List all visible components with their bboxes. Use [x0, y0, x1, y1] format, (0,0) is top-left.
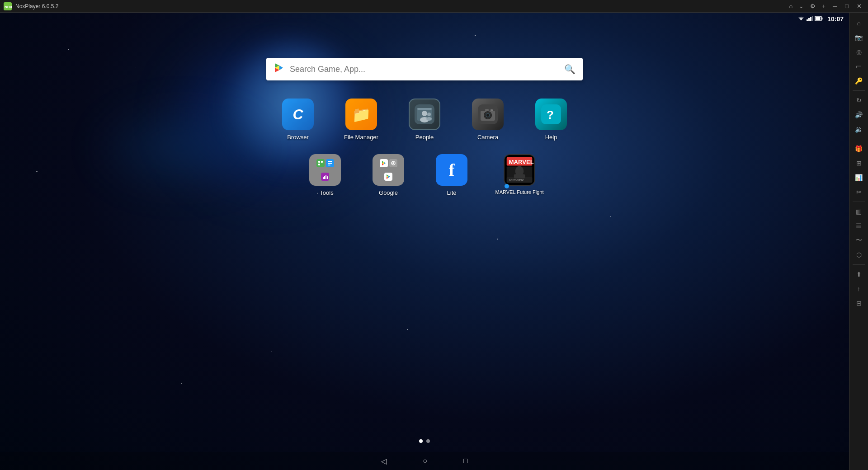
- svg-point-36: [392, 162, 394, 164]
- emulator-screen: 10:07 🔍: [0, 13, 849, 470]
- settings-titlebar-icon[interactable]: ⚙: [808, 2, 817, 10]
- page-indicator: [419, 439, 430, 443]
- app-row-2: · Tools: [278, 154, 571, 196]
- help-icon: ?: [535, 99, 567, 130]
- app-browser[interactable]: C Browser: [278, 99, 318, 141]
- app-tools[interactable]: · Tools: [305, 154, 345, 196]
- status-time: 10:07: [827, 15, 844, 23]
- sidebar-rotate-icon[interactable]: ↻: [851, 94, 867, 107]
- google-folder-icon: [373, 154, 404, 186]
- svg-rect-45: [514, 174, 525, 178]
- google-mini-1: [380, 159, 388, 167]
- sidebar-home-icon[interactable]: ⌂: [851, 16, 867, 30]
- svg-text:NOX: NOX: [5, 5, 12, 9]
- browser-label: Browser: [287, 134, 309, 141]
- star-3: [475, 35, 476, 36]
- marvel-icon: MARVEL netmarble: [504, 154, 535, 186]
- android-status-bar: 10:07: [0, 13, 849, 25]
- page-dot-2: [426, 439, 430, 443]
- maximize-button[interactable]: □: [842, 2, 851, 10]
- app-people[interactable]: People: [404, 99, 445, 141]
- tools-folder-icon: [309, 154, 341, 186]
- svg-rect-8: [816, 17, 821, 20]
- svg-text:netmarble: netmarble: [509, 178, 524, 182]
- sidebar-divider-3: [853, 202, 865, 202]
- app-help[interactable]: ? Help: [531, 99, 571, 141]
- svg-rect-26: [318, 161, 320, 163]
- chevron-titlebar-icon[interactable]: ⌄: [797, 2, 806, 10]
- sidebar-camera-icon[interactable]: 📷: [851, 31, 867, 44]
- svg-text:MARVEL: MARVEL: [509, 159, 533, 165]
- svg-point-12: [422, 111, 427, 116]
- status-icons: 10:07: [797, 15, 844, 23]
- file-manager-label: File Manager: [344, 134, 378, 141]
- search-bar[interactable]: 🔍: [266, 58, 583, 80]
- back-button[interactable]: ◁: [381, 457, 387, 465]
- app-file-manager[interactable]: 📁 File Manager: [341, 99, 382, 141]
- google-mini-2: [389, 159, 397, 167]
- svg-rect-29: [328, 161, 332, 162]
- sidebar-location-icon[interactable]: ◎: [851, 45, 867, 59]
- file-manager-icon: 📁: [345, 99, 377, 130]
- svg-rect-30: [328, 163, 332, 164]
- close-button[interactable]: ✕: [854, 2, 864, 10]
- android-nav-bar: ◁ ○ □: [0, 452, 849, 470]
- tools-mini-3: [321, 173, 329, 181]
- android-homescreen: 10:07 🔍: [0, 13, 849, 470]
- app-marvel[interactable]: MARVEL netmarble: [495, 154, 544, 195]
- star-1: [68, 49, 69, 50]
- star-9: [588, 85, 588, 85]
- star-5: [36, 171, 38, 172]
- svg-rect-5: [812, 16, 813, 21]
- search-icon[interactable]: 🔍: [564, 64, 576, 75]
- star-12: [181, 383, 182, 384]
- sidebar-divider-2: [853, 139, 865, 139]
- sidebar-gift-icon[interactable]: 🎁: [851, 142, 867, 155]
- sidebar-volume-down-icon[interactable]: 🔉: [851, 122, 867, 136]
- recent-apps-button[interactable]: □: [463, 457, 468, 465]
- sidebar-capture-icon[interactable]: ⬆: [851, 268, 867, 281]
- svg-rect-2: [807, 19, 808, 21]
- help-label: Help: [545, 134, 557, 141]
- app-google[interactable]: Google: [368, 154, 409, 196]
- app-lite[interactable]: f Lite: [431, 154, 472, 196]
- sidebar-grid-icon[interactable]: ⊞: [851, 156, 867, 170]
- titlebar-left: NOX NoxPlayer 6.0.5.2: [4, 2, 58, 10]
- svg-rect-27: [321, 161, 323, 163]
- svg-rect-33: [324, 176, 325, 179]
- sidebar-share-icon[interactable]: ↑: [851, 282, 867, 296]
- sidebar-barchart-icon[interactable]: ▥: [851, 205, 867, 218]
- lite-label: Lite: [447, 189, 457, 196]
- sidebar-divider-4: [853, 264, 865, 265]
- svg-rect-31: [328, 164, 330, 165]
- minimize-button[interactable]: ─: [830, 2, 840, 10]
- lite-icon: f: [436, 154, 467, 186]
- star-10: [610, 216, 611, 217]
- sidebar-menu-icon[interactable]: ☰: [851, 219, 867, 233]
- search-input[interactable]: [290, 65, 559, 74]
- sidebar-volume-up-icon[interactable]: 🔊: [851, 108, 867, 122]
- sidebar-grid2-icon[interactable]: ⊟: [851, 296, 867, 310]
- star-11: [271, 352, 272, 352]
- app-grid: C Browser 📁 File Manager: [278, 99, 571, 196]
- home-titlebar-icon[interactable]: ⌂: [787, 2, 794, 10]
- svg-text:?: ?: [547, 108, 554, 122]
- app-camera[interactable]: Camera: [467, 99, 508, 141]
- home-button[interactable]: ○: [423, 457, 427, 465]
- titlebar: NOX NoxPlayer 6.0.5.2 ⌂ ⌄ ⚙ + ─ □ ✕: [0, 0, 868, 13]
- sidebar-key-icon[interactable]: 🔑: [851, 74, 867, 88]
- svg-point-14: [427, 113, 431, 116]
- sidebar-chart-icon[interactable]: 📊: [851, 171, 867, 184]
- sidebar-screen-icon[interactable]: ▭: [851, 60, 867, 73]
- star-7: [90, 284, 91, 284]
- svg-rect-23: [491, 109, 493, 111]
- tools-mini-1: [316, 159, 325, 167]
- svg-rect-7: [822, 18, 823, 20]
- sidebar-shake-icon[interactable]: 〜: [851, 234, 867, 247]
- camera-icon: [472, 99, 504, 130]
- sidebar-scissors-icon[interactable]: ✂: [851, 185, 867, 199]
- sidebar-cpu-icon[interactable]: ⬡: [851, 248, 867, 262]
- google-mini-3: [384, 173, 392, 181]
- svg-rect-22: [485, 109, 489, 111]
- add-titlebar-icon[interactable]: +: [820, 2, 827, 10]
